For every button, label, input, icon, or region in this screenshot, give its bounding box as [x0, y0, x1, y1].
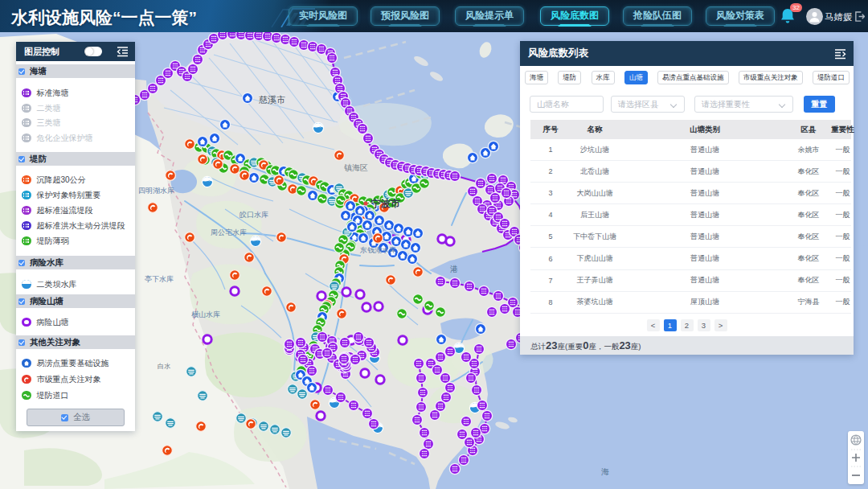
- svg-text:横山水库: 横山水库: [191, 310, 220, 318]
- svg-text:镇海区: 镇海区: [344, 163, 368, 172]
- svg-text:白水: 白水: [158, 363, 170, 370]
- svg-text:海: 海: [601, 467, 609, 476]
- svg-text:东钱湖水库: 东钱湖水库: [359, 246, 396, 254]
- svg-text:四明湖水库: 四明湖水库: [138, 187, 174, 195]
- svg-text:宁波市: 宁波市: [371, 198, 400, 209]
- svg-text:港: 港: [450, 265, 458, 273]
- svg-text:皎口水库: 皎口水库: [240, 211, 268, 219]
- svg-text:周公宅水库: 周公宅水库: [211, 228, 247, 236]
- svg-text:亭下水库: 亭下水库: [145, 275, 174, 283]
- svg-text:慈溪市: 慈溪市: [259, 95, 285, 105]
